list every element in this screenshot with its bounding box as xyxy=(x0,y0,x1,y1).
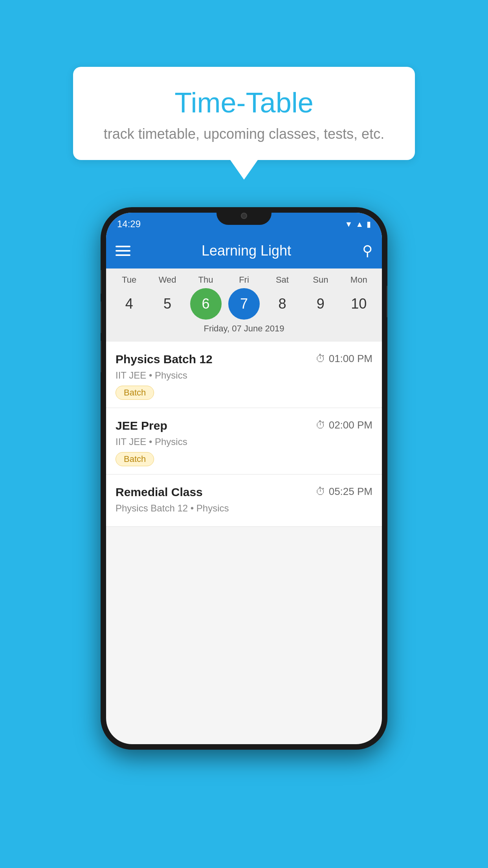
day-header-sat: Sat xyxy=(266,275,298,285)
hamburger-menu-icon[interactable] xyxy=(116,246,130,256)
batch-badge-1: Batch xyxy=(116,386,154,400)
schedule-item-title-2: JEE Prep xyxy=(116,419,167,432)
day-5[interactable]: 5 xyxy=(152,288,183,320)
schedule-item-subtitle-3: Physics Batch 12 • Physics xyxy=(116,503,372,514)
volume-up-button xyxy=(101,302,101,333)
day-numbers: 4 5 6 7 8 9 10 xyxy=(106,288,382,320)
bubble-title: Time-Table xyxy=(97,86,391,119)
day-7-selected[interactable]: 7 xyxy=(228,288,260,320)
schedule-item-time-value-1: 01:00 PM xyxy=(329,353,372,365)
selected-date-label: Friday, 07 June 2019 xyxy=(106,320,382,338)
app-bar: Learning Light ⚲ xyxy=(106,233,382,268)
day-9[interactable]: 9 xyxy=(305,288,336,320)
battery-icon: ▮ xyxy=(367,219,371,229)
phone-notch xyxy=(216,207,272,225)
silent-button xyxy=(101,270,101,294)
clock-icon-1: ⏱ xyxy=(316,353,326,365)
schedule-item-subtitle-1: IIT JEE • Physics xyxy=(116,370,372,381)
schedule-item-time-3: ⏱ 05:25 PM xyxy=(316,485,372,498)
day-header-thu: Thu xyxy=(190,275,222,285)
day-headers: Tue Wed Thu Fri Sat Sun Mon xyxy=(106,275,382,288)
schedule-item-title-3: Remedial Class xyxy=(116,485,203,499)
camera-dot xyxy=(241,213,247,219)
day-header-sun: Sun xyxy=(305,275,336,285)
search-icon[interactable]: ⚲ xyxy=(362,243,372,259)
schedule-item-time-value-2: 02:00 PM xyxy=(329,419,372,431)
schedule-item-header-2: JEE Prep ⏱ 02:00 PM xyxy=(116,419,372,432)
schedule-item-time-1: ⏱ 01:00 PM xyxy=(316,353,372,365)
wifi-icon: ▼ xyxy=(345,220,352,229)
schedule-item-time-2: ⏱ 02:00 PM xyxy=(316,419,372,431)
day-header-tue: Tue xyxy=(114,275,145,285)
schedule-item-time-value-3: 05:25 PM xyxy=(329,485,372,498)
status-time: 14:29 xyxy=(117,219,141,230)
bubble-subtitle: track timetable, upcoming classes, tests… xyxy=(97,126,391,142)
batch-badge-2: Batch xyxy=(116,452,154,466)
status-icons: ▼ ▲ ▮ xyxy=(345,219,371,229)
phone-frame: 14:29 ▼ ▲ ▮ Learning Light ⚲ xyxy=(101,207,387,750)
app-bar-title: Learning Light xyxy=(202,243,291,259)
schedule-item-header-1: Physics Batch 12 ⏱ 01:00 PM xyxy=(116,353,372,366)
day-10[interactable]: 10 xyxy=(343,288,374,320)
speech-bubble-container: Time-Table track timetable, upcoming cla… xyxy=(73,67,415,180)
bubble-tail xyxy=(230,160,258,180)
day-6-today[interactable]: 6 xyxy=(190,288,222,320)
signal-icon: ▲ xyxy=(356,220,363,229)
schedule-item-3[interactable]: Remedial Class ⏱ 05:25 PM Physics Batch … xyxy=(106,474,382,527)
schedule-item-header-3: Remedial Class ⏱ 05:25 PM xyxy=(116,485,372,499)
day-4[interactable]: 4 xyxy=(114,288,145,320)
schedule-list: Physics Batch 12 ⏱ 01:00 PM IIT JEE • Ph… xyxy=(106,342,382,527)
day-header-mon: Mon xyxy=(343,275,374,285)
calendar-strip: Tue Wed Thu Fri Sat Sun Mon 4 5 6 7 8 9 … xyxy=(106,268,382,342)
day-8[interactable]: 8 xyxy=(266,288,298,320)
schedule-item-2[interactable]: JEE Prep ⏱ 02:00 PM IIT JEE • Physics Ba… xyxy=(106,408,382,474)
day-header-fri: Fri xyxy=(228,275,260,285)
speech-bubble: Time-Table track timetable, upcoming cla… xyxy=(73,67,415,160)
schedule-item-1[interactable]: Physics Batch 12 ⏱ 01:00 PM IIT JEE • Ph… xyxy=(106,342,382,408)
schedule-item-title-1: Physics Batch 12 xyxy=(116,353,213,366)
schedule-item-subtitle-2: IIT JEE • Physics xyxy=(116,436,372,447)
volume-down-button xyxy=(101,341,101,372)
clock-icon-3: ⏱ xyxy=(316,485,326,498)
phone-mockup: 14:29 ▼ ▲ ▮ Learning Light ⚲ xyxy=(101,207,387,750)
phone-screen: 14:29 ▼ ▲ ▮ Learning Light ⚲ xyxy=(106,213,382,744)
power-button xyxy=(387,286,387,317)
day-header-wed: Wed xyxy=(152,275,183,285)
clock-icon-2: ⏱ xyxy=(316,419,326,431)
